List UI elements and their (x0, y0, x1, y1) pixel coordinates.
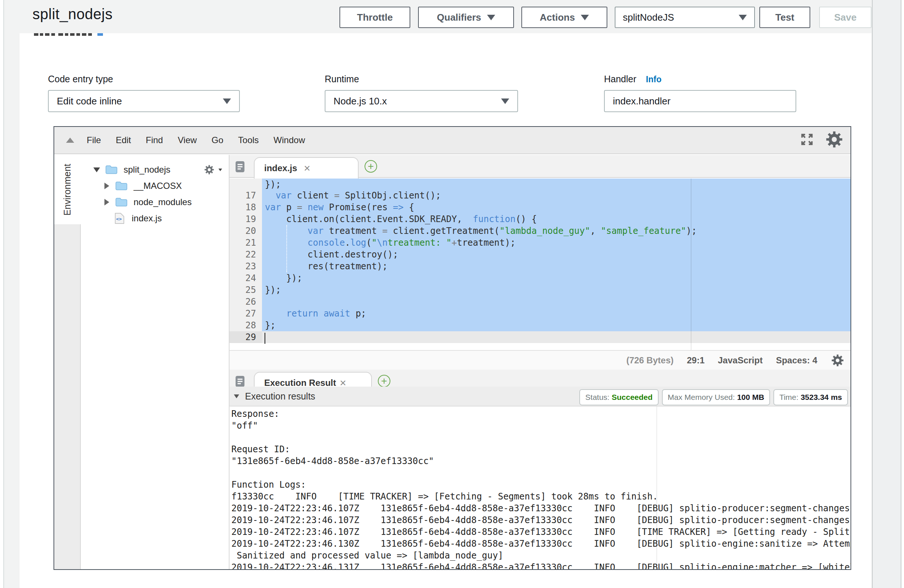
menu-find[interactable]: Find (138, 135, 171, 145)
result-line: Request ID: (229, 443, 850, 455)
caret-down-icon[interactable] (93, 168, 100, 172)
menu-tools[interactable]: Tools (231, 135, 266, 145)
page-title: split_nodejs (32, 6, 112, 22)
menu-file[interactable]: File (79, 135, 109, 145)
menu-window[interactable]: Window (266, 135, 312, 145)
result-line (229, 432, 850, 443)
result-line: "off" (229, 420, 850, 432)
tree-gear-icon[interactable] (204, 164, 215, 175)
execution-results-output[interactable]: Response:"off"Request ID:"131e865f-6eb4-… (229, 406, 850, 569)
code-line-22: 22 client.destroy(); (229, 249, 850, 261)
code-line-27: 27 return await p; (229, 308, 850, 319)
code-editor-window: FileEditFindViewGoToolsWindow (54, 126, 851, 570)
test-event-select[interactable]: splitNodeJS (615, 6, 755, 28)
code-line-19: 19 client.on(client.Event.SDK_READY, fun… (229, 213, 850, 225)
result-line: 2019-10-24T22:23:46.107Z 131e865f-6eb4-4… (229, 503, 850, 514)
result-line: Function Logs: (229, 479, 850, 491)
collapse-results-icon[interactable] (234, 394, 239, 398)
code-line-23: 23 res(treatment); (229, 261, 850, 272)
tree-item-node_modules[interactable]: node_modules (82, 194, 229, 210)
actions-label: Actions (540, 12, 575, 23)
environment-tab-label: Environment (62, 164, 73, 215)
result-line: 2019-10-24T22:23:46.107Z 131e865f-6eb4-4… (229, 514, 850, 526)
statusbar-gear-icon[interactable] (831, 353, 845, 367)
throttle-label: Throttle (357, 12, 393, 23)
handler-info-link[interactable]: Info (646, 74, 662, 84)
print-margin (656, 406, 657, 569)
runtime-value: Node.js 10.x (333, 96, 387, 107)
folder-icon (115, 181, 128, 191)
result-line: 2019-10-24T22:23:46.130Z 131e865f-6eb4-4… (229, 538, 850, 550)
menu-view[interactable]: View (171, 135, 204, 145)
collapse-panel-icon[interactable] (66, 138, 74, 143)
folder-icon (115, 197, 128, 207)
syntax-mode[interactable]: JavaScript (718, 355, 763, 365)
handler-label: Handler Info (604, 74, 662, 84)
print-margin (691, 179, 691, 350)
test-label: Test (775, 12, 794, 23)
page-scrollbar[interactable] (872, 0, 901, 588)
result-line: 2019-10-24T22:23:46.107Z 131e865f-6eb4-4… (229, 526, 850, 538)
code-line-20: 20 var treatment = client.getTreatment("… (229, 225, 850, 237)
save-button-disabled[interactable]: Save (819, 6, 872, 28)
editor-settings-gear-icon[interactable] (825, 130, 844, 149)
tab-index-js-label: index.js (264, 163, 297, 173)
folder-icon (105, 164, 118, 175)
execution-results-title: Execution results (245, 391, 315, 402)
caret-down-icon (223, 98, 231, 104)
code-entry-type-value: Edit code inline (57, 96, 122, 107)
code-area[interactable]: });17 var client = SplitObj.client();18v… (229, 179, 850, 349)
caret-down-icon[interactable] (218, 168, 222, 171)
editor-menubar: FileEditFindViewGoToolsWindow (54, 127, 850, 154)
code-line-clipped: }); (229, 179, 850, 190)
indent-guide (286, 225, 287, 272)
execution-badges: Status:SucceededMax Memory Used:100 MBTi… (579, 389, 848, 405)
fullscreen-icon[interactable] (800, 132, 814, 147)
code-line-24: 24 }); (229, 272, 850, 284)
new-tab-plus-icon[interactable]: + (365, 160, 377, 172)
code-line-28: 28}; (229, 319, 850, 331)
js-file-icon: <> (114, 212, 125, 224)
code-line-29: 29 (229, 331, 850, 343)
runtime-select[interactable]: Node.js 10.x (325, 90, 518, 112)
close-icon[interactable]: × (303, 163, 310, 174)
file-size: (726 Bytes) (626, 355, 673, 365)
tree-item-index.js[interactable]: <>index.js (82, 210, 229, 226)
handler-value: index.handler (613, 96, 670, 107)
actions-button[interactable]: Actions (522, 6, 607, 28)
doc-list-icon[interactable] (234, 160, 247, 173)
code-line-17: 17 var client = SplitObj.client(); (229, 190, 850, 201)
test-button[interactable]: Test (759, 6, 810, 28)
code-line-21: 21 console.log("\ntreatment: "+treatment… (229, 237, 850, 249)
caret-right-icon[interactable] (104, 199, 109, 205)
editor-tabbar: index.js × + (229, 155, 850, 178)
result-line: Sanitized and processed value => [lambda… (229, 550, 850, 561)
badge-maxmemoryused: Max Memory Used:100 MB (662, 389, 770, 405)
editor-statusbar: (726 Bytes) 29:1 JavaScript Spaces: 4 (229, 350, 850, 370)
file-tree: split_nodejs__MACOSXnode_modules<>index.… (82, 155, 229, 569)
qualifiers-button[interactable]: Qualifiers (418, 6, 514, 28)
text-cursor (265, 333, 265, 344)
badge-status: Status:Succeeded (579, 389, 658, 405)
badge-time: Time:3523.34 ms (773, 389, 848, 405)
cursor-position[interactable]: 29:1 (687, 355, 704, 365)
runtime-label: Runtime (325, 74, 359, 84)
tab-index-js[interactable]: index.js × (254, 157, 359, 179)
caret-right-icon[interactable] (104, 183, 109, 189)
tree-item-__MACOSX[interactable]: __MACOSX (82, 178, 229, 194)
code-entry-type-select[interactable]: Edit code inline (48, 90, 240, 112)
new-tab-plus-icon[interactable]: + (378, 375, 390, 387)
result-line: Response: (229, 408, 850, 420)
environment-tab[interactable]: Environment (54, 155, 81, 224)
execution-results-header: Execution results Status:SucceededMax Me… (229, 387, 850, 406)
result-line (229, 467, 850, 479)
caret-down-icon (487, 15, 495, 20)
handler-input[interactable]: index.handler (604, 90, 796, 112)
menu-go[interactable]: Go (204, 135, 231, 145)
menu-edit[interactable]: Edit (109, 135, 138, 145)
indentation-setting[interactable]: Spaces: 4 (776, 355, 817, 365)
throttle-button[interactable]: Throttle (340, 6, 410, 28)
tree-root-split_nodejs[interactable]: split_nodejs (82, 161, 229, 178)
doc-list-icon[interactable] (234, 375, 247, 388)
result-line: 2019-10-24T22:23:46.131Z 131e865f-6eb4-4… (229, 561, 850, 569)
